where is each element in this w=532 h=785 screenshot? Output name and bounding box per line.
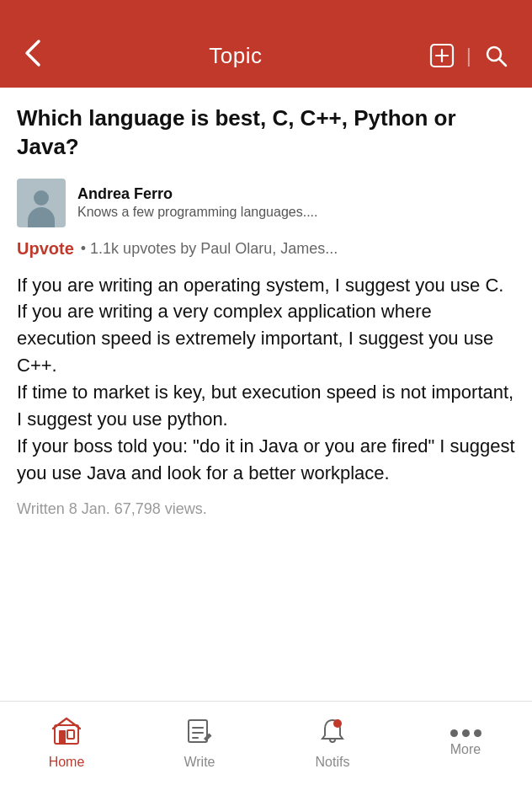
home-icon bbox=[52, 717, 81, 750]
write-label: Write bbox=[184, 755, 215, 770]
nav-notifs[interactable]: Notifs bbox=[299, 710, 366, 777]
author-name[interactable]: Andrea Ferro bbox=[77, 185, 317, 203]
upvote-stats: • 1.1k upvotes by Paul Olaru, James... bbox=[81, 240, 338, 258]
nav-home[interactable]: Home bbox=[33, 710, 100, 777]
header: Topic | bbox=[0, 0, 532, 88]
answer-body: If you are writing an operating system, … bbox=[17, 272, 515, 487]
more-label: More bbox=[450, 742, 481, 757]
author-bio: Knows a few programming languages.... bbox=[77, 205, 317, 220]
header-icon-divider: | bbox=[466, 44, 471, 67]
search-button[interactable] bbox=[476, 36, 515, 75]
svg-point-13 bbox=[333, 719, 342, 728]
bottom-nav: Home Write Notifs bbox=[0, 701, 532, 785]
question-title: Which language is best, C, C++, Python o… bbox=[17, 104, 515, 162]
header-icons: | bbox=[423, 36, 515, 75]
notifs-label: Notifs bbox=[316, 755, 350, 770]
more-icon bbox=[450, 729, 481, 737]
add-post-button[interactable] bbox=[423, 36, 461, 75]
upvote-row: Upvote • 1.1k upvotes by Paul Olaru, Jam… bbox=[17, 239, 515, 259]
svg-rect-6 bbox=[59, 730, 66, 744]
author-section: Andrea Ferro Knows a few programming lan… bbox=[17, 179, 515, 227]
avatar bbox=[17, 179, 66, 227]
write-icon bbox=[185, 717, 214, 750]
home-label: Home bbox=[49, 755, 85, 770]
written-info: Written 8 Jan. 67,798 views. bbox=[17, 500, 515, 531]
answer-text: If you are writing an operating system, … bbox=[17, 275, 515, 483]
svg-line-4 bbox=[499, 59, 506, 66]
main-content: Which language is best, C, C++, Python o… bbox=[0, 88, 532, 531]
author-info: Andrea Ferro Knows a few programming lan… bbox=[77, 185, 317, 220]
back-button[interactable] bbox=[17, 31, 49, 81]
svg-rect-7 bbox=[67, 730, 74, 739]
header-title: Topic bbox=[209, 43, 262, 69]
nav-write[interactable]: Write bbox=[166, 710, 233, 777]
notifs-icon bbox=[318, 717, 347, 750]
nav-more[interactable]: More bbox=[432, 723, 499, 764]
upvote-button[interactable]: Upvote bbox=[17, 239, 74, 259]
